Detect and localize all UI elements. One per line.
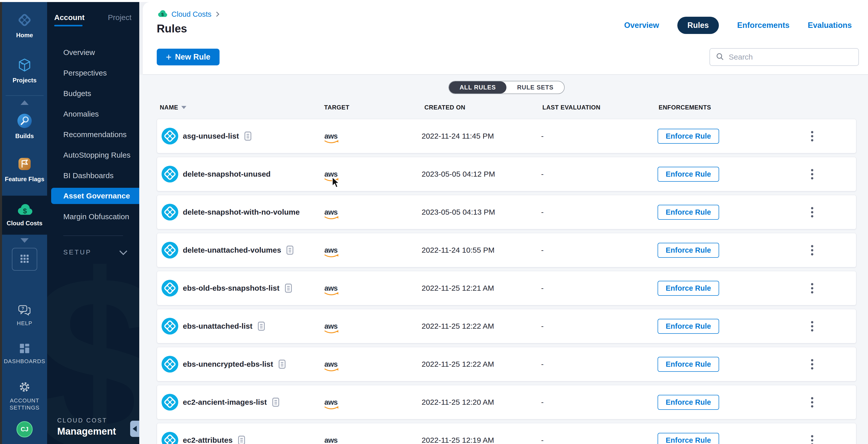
copy-icon[interactable] <box>278 359 286 369</box>
sidebar-item-projects[interactable]: Projects <box>2 55 47 87</box>
scroll-down-icon[interactable] <box>21 238 29 243</box>
table-row[interactable]: ec2-ancient-images-list aws 2022-11-25 1… <box>157 385 856 419</box>
created-on: 2022-11-25 12:19 AM <box>422 436 539 444</box>
enforce-rule-button[interactable]: Enforce Rule <box>658 167 719 182</box>
row-menu-icon[interactable] <box>806 283 817 293</box>
cloud-costs-icon: $ <box>16 203 33 217</box>
last-evaluation: - <box>539 132 656 140</box>
breadcrumb-link-cloud-costs[interactable]: Cloud Costs <box>172 10 211 19</box>
sidebar-item-account-settings[interactable]: ACCOUNT SETTINGS <box>2 379 47 413</box>
nav-item-anomalies[interactable]: Anomalies <box>47 103 139 124</box>
collapse-sidebar-button[interactable] <box>130 421 139 437</box>
aws-logo-icon: aws <box>324 398 343 407</box>
last-evaluation: - <box>539 360 656 368</box>
row-menu-icon[interactable] <box>806 359 817 369</box>
footer-title: Management <box>57 426 116 437</box>
scroll-up-icon[interactable] <box>21 100 29 105</box>
enforce-rule-button[interactable]: Enforce Rule <box>658 395 719 410</box>
table-row[interactable]: ebs-old-ebs-snapshots-list aws 2022-11-2… <box>157 271 856 305</box>
row-menu-icon[interactable] <box>806 435 817 444</box>
nav-item-recommendations[interactable]: Recommendations <box>47 124 139 145</box>
sidebar-item-builds[interactable]: Builds <box>2 111 47 142</box>
rule-harness-icon <box>161 204 178 220</box>
table-row[interactable]: asg-unused-list aws 2022-11-24 11:45 PM … <box>157 119 856 153</box>
created-on: 2022-11-24 10:55 PM <box>422 246 539 255</box>
tab-rules[interactable]: Rules <box>677 17 719 34</box>
feature-flags-icon <box>17 156 32 173</box>
rules-filter-toggle: ALL RULES RULE SETS <box>448 81 565 94</box>
sidebar-item-feature-flags[interactable]: Feature Flags <box>2 154 47 185</box>
scope-tab-account[interactable]: Account <box>54 13 85 26</box>
plus-icon: + <box>166 52 172 62</box>
nav-item-overview[interactable]: Overview <box>47 42 139 63</box>
enforce-rule-button[interactable]: Enforce Rule <box>658 319 719 334</box>
active-tab-underline <box>54 25 83 26</box>
window-edge <box>0 2 2 444</box>
aws-logo-icon: aws <box>324 170 343 178</box>
table-row[interactable]: delete-snapshot-unused aws 2023-05-05 04… <box>157 157 856 191</box>
module-rail: Home Projects Builds Feature Fl <box>2 2 47 444</box>
copy-icon[interactable] <box>257 321 266 331</box>
row-menu-icon[interactable] <box>806 245 817 256</box>
row-menu-icon[interactable] <box>806 169 817 179</box>
copy-icon[interactable] <box>237 435 246 444</box>
last-evaluation: - <box>539 284 656 292</box>
tab-overview[interactable]: Overview <box>624 21 659 30</box>
sidebar-item-dashboards[interactable]: DASHBOARDS <box>2 341 47 366</box>
table-row[interactable]: delete-unattached-volumes aws 2022-11-24… <box>157 233 856 267</box>
copy-icon[interactable] <box>284 283 293 293</box>
rule-name: ec2-attributes <box>183 436 233 444</box>
search-box[interactable] <box>710 48 859 66</box>
table-row[interactable]: ebs-unattached-list aws 2022-11-25 12:22… <box>157 309 856 344</box>
scope-tabs: Account Project <box>47 2 139 26</box>
row-menu-icon[interactable] <box>806 397 817 408</box>
rule-harness-icon <box>161 432 178 444</box>
copy-icon[interactable] <box>272 397 280 408</box>
enforce-rule-button[interactable]: Enforce Rule <box>658 357 719 372</box>
toggle-rule-sets[interactable]: RULE SETS <box>506 81 564 93</box>
sidebar-item-home[interactable]: Home <box>2 10 47 41</box>
svg-text:$: $ <box>23 207 27 215</box>
created-on: 2022-11-25 12:22 AM <box>422 360 539 368</box>
enforce-rule-button[interactable]: Enforce Rule <box>658 433 719 444</box>
sidebar-item-cloud-costs[interactable]: $ Cloud Costs <box>2 196 47 235</box>
tab-evaluations[interactable]: Evaluations <box>808 21 852 30</box>
search-input[interactable] <box>728 53 853 62</box>
help-chat-icon: ? <box>18 305 32 317</box>
nav-item-asset-governance[interactable]: Asset Governance <box>51 188 139 204</box>
column-header-name[interactable]: NAME <box>160 104 324 111</box>
sidebar-item-help[interactable]: ? HELP <box>2 303 47 328</box>
nav-item-bi-dashboards[interactable]: BI Dashboards <box>47 165 139 186</box>
created-on: 2022-11-25 12:21 AM <box>422 284 539 292</box>
enforce-rule-button[interactable]: Enforce Rule <box>658 243 719 258</box>
nav-item-budgets[interactable]: Budgets <box>47 83 139 103</box>
cloud-costs-label: Cloud Costs <box>7 219 42 227</box>
row-menu-icon[interactable] <box>806 131 817 141</box>
enforce-rule-button[interactable]: Enforce Rule <box>658 205 719 220</box>
nav-item-autostopping-rules[interactable]: AutoStopping Rules <box>47 145 139 165</box>
enforce-rule-button[interactable]: Enforce Rule <box>658 129 719 144</box>
builds-icon <box>17 113 32 130</box>
table-row[interactable]: ec2-attributes aws 2022-11-25 12:19 AM -… <box>157 423 856 444</box>
created-on: 2023-05-05 04:12 PM <box>422 170 539 178</box>
row-menu-icon[interactable] <box>806 321 817 331</box>
home-label: Home <box>16 31 33 39</box>
module-picker-button[interactable] <box>12 248 37 271</box>
new-rule-button[interactable]: + New Rule <box>157 49 220 65</box>
tab-enforcements[interactable]: Enforcements <box>737 21 789 30</box>
nav-item-perspectives[interactable]: Perspectives <box>47 63 139 83</box>
scope-tab-project[interactable]: Project <box>108 13 131 26</box>
user-avatar[interactable]: CJ <box>17 421 33 437</box>
copy-icon[interactable] <box>244 131 252 141</box>
enforce-rule-button[interactable]: Enforce Rule <box>658 281 719 296</box>
copy-icon[interactable] <box>286 245 294 256</box>
footer-kicker: CLOUD COST <box>57 417 116 424</box>
rule-harness-icon <box>161 166 178 182</box>
nav-list: Overview Perspectives Budgets Anomalies … <box>47 42 139 227</box>
toggle-all-rules[interactable]: ALL RULES <box>449 81 506 93</box>
last-evaluation: - <box>539 246 656 255</box>
table-row[interactable]: ebs-unencrypted-ebs-list aws 2022-11-25 … <box>157 347 856 381</box>
rule-name: delete-unattached-volumes <box>183 246 281 255</box>
row-menu-icon[interactable] <box>806 207 817 217</box>
table-row[interactable]: delete-snapshot-with-no-volume aws 2023-… <box>157 195 856 229</box>
